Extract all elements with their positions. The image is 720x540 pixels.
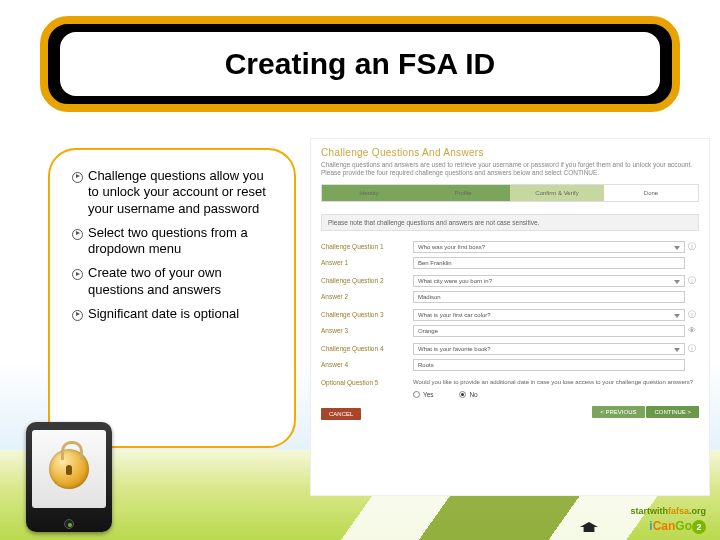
grad-cap-icon <box>580 522 598 532</box>
a4-label: Answer 4 <box>321 361 413 368</box>
q2-label: Challenge Question 2 <box>321 277 413 284</box>
tablet-device-illustration <box>26 422 112 532</box>
radio-no[interactable]: No <box>459 391 489 398</box>
step-profile: Profile <box>416 185 510 201</box>
info-icon[interactable]: ⓘ <box>685 275 699 286</box>
q3-label: Challenge Question 3 <box>321 311 413 318</box>
info-icon[interactable]: ⓘ <box>685 343 699 354</box>
a3-label: Answer 3 <box>321 327 413 334</box>
bullet-item: Significant date is optional <box>72 306 278 322</box>
q3-select[interactable]: What is your first car color? <box>413 309 685 321</box>
a3-input[interactable]: Orange <box>413 325 685 337</box>
fsa-screenshot-panel: Challenge Questions And Answers Challeng… <box>310 138 710 496</box>
radio-yes[interactable]: Yes <box>413 391 446 398</box>
instruction-bubble: Challenge questions allow you to unlock … <box>48 148 296 448</box>
step-done: Done <box>604 185 698 201</box>
q1-label: Challenge Question 1 <box>321 243 413 250</box>
optional-radio-group: Yes No <box>321 391 699 399</box>
cancel-button[interactable]: CANCEL <box>321 408 361 420</box>
step-identity: Identity <box>322 185 416 201</box>
info-icon[interactable]: ⓘ <box>685 241 699 252</box>
footer-logos: startwithfafsa.org iCanGo2 <box>630 506 706 534</box>
optional-label: Optional Question 5 <box>321 379 413 386</box>
bullet-item: Challenge questions allow you to unlock … <box>72 168 278 217</box>
step-confirm: Confirm & Verify <box>510 185 604 201</box>
slide-title: Creating an FSA ID <box>60 32 660 96</box>
bullet-item: Create two of your own questions and ans… <box>72 265 278 298</box>
q2-select[interactable]: What city were you born in? <box>413 275 685 287</box>
a1-input[interactable]: Ben Franklin <box>413 257 685 269</box>
a1-label: Answer 1 <box>321 259 413 266</box>
title-plate: Creating an FSA ID <box>40 16 680 112</box>
q4-label: Challenge Question 4 <box>321 345 413 352</box>
icango2-logo: iCanGo2 <box>630 519 706 534</box>
case-note: Please note that challenge questions and… <box>321 214 699 231</box>
startwithfafsa-logo: startwithfafsa.org <box>630 506 706 517</box>
q1-select[interactable]: Who was your first boss? <box>413 241 685 253</box>
a4-input[interactable]: Roots <box>413 359 685 371</box>
lock-icon <box>49 449 89 489</box>
panel-heading: Challenge Questions And Answers <box>321 147 699 158</box>
continue-button[interactable]: CONTINUE > <box>646 406 699 418</box>
eye-icon[interactable]: 👁 <box>685 326 699 335</box>
previous-button[interactable]: < PREVIOUS <box>592 406 644 418</box>
info-icon[interactable]: ⓘ <box>685 309 699 320</box>
panel-blurb: Challenge questions and answers are used… <box>321 161 699 178</box>
a2-input[interactable]: Madison <box>413 291 685 303</box>
a2-label: Answer 2 <box>321 293 413 300</box>
q4-select[interactable]: What is your favorite book? <box>413 343 685 355</box>
step-tracker: Identity Profile Confirm & Verify Done <box>321 184 699 202</box>
home-button-icon <box>64 519 74 529</box>
bullet-item: Select two questions from a dropdown men… <box>72 225 278 258</box>
optional-prompt: Would you like to provide an additional … <box>413 379 699 387</box>
